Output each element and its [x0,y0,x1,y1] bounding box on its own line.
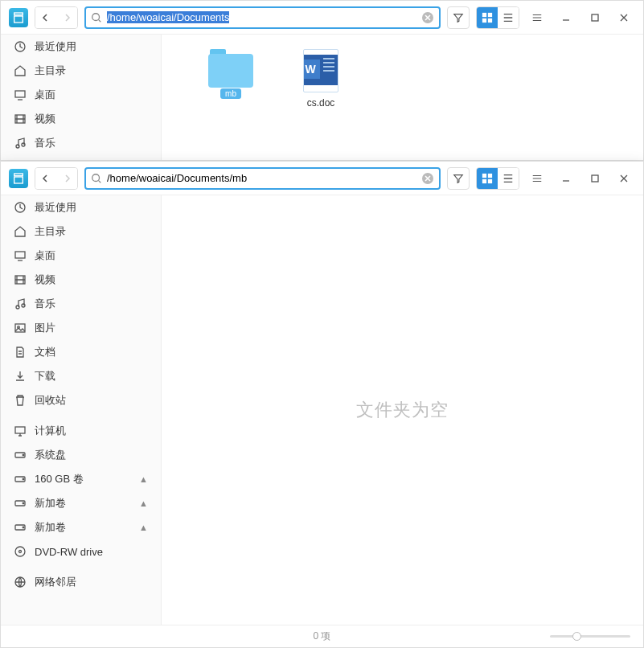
hamburger-menu-icon[interactable] [526,167,548,190]
svg-rect-22 [592,175,598,182]
video-icon [14,113,27,125]
zoom-slider[interactable] [550,635,630,638]
video-icon [14,273,27,286]
sidebar: 最近使用主目录桌面视频音乐图片文档下载回收站计算机系统盘160 GB 卷▲新加卷… [1,195,162,625]
file-item[interactable]: Wcs.doc [292,49,350,109]
music-icon [14,137,27,150]
svg-rect-18 [482,173,486,177]
sidebar-item-label: 最近使用 [35,200,76,215]
maximize-button[interactable] [584,6,606,29]
sidebar-item-label: 文档 [35,345,55,359]
sidebar-item-label: 主目录 [35,64,66,78]
desktop-icon [14,88,27,101]
home-icon [14,64,27,77]
svg-rect-19 [488,173,492,177]
svg-rect-28 [15,324,25,332]
sidebar-item-label: 新加卷 [35,520,66,535]
sidebar-item-label: 图片 [35,321,55,335]
close-button[interactable] [613,167,635,190]
sidebar-item-新加卷[interactable]: 新加卷▲ [1,515,161,539]
sidebar-item-新加卷[interactable]: 新加卷▲ [1,491,161,515]
sidebar-item-桌面[interactable]: 桌面 [1,244,161,268]
list-view-button[interactable] [498,168,519,189]
maximize-button[interactable] [584,167,606,190]
sidebar-item-计算机[interactable]: 计算机 [1,419,161,443]
path-bar[interactable] [84,6,441,29]
sidebar-item-最近使用[interactable]: 最近使用 [1,35,161,59]
path-input[interactable] [107,172,416,184]
disk-icon [14,449,27,461]
clear-icon[interactable] [421,11,434,24]
sidebar-item-label: 桌面 [35,248,55,263]
toolbar [1,1,643,35]
sidebar-item-系统盘[interactable]: 系统盘 [1,443,161,467]
path-input[interactable] [107,11,416,23]
file-manager-window-1: 最近使用主目录桌面视频音乐 mbWcs.doc [0,0,644,161]
dvd-icon [14,545,27,558]
folder-icon [208,49,253,88]
list-view-button[interactable] [498,7,519,28]
minimize-button[interactable] [555,6,577,29]
sidebar-item-下载[interactable]: 下载 [1,364,161,388]
svg-rect-30 [15,427,25,433]
close-button[interactable] [613,6,635,29]
sidebar-item-label: 音乐 [35,297,55,311]
content-area[interactable]: 文件夹为空 [162,195,643,625]
sidebar-item-视频[interactable]: 视频 [1,268,161,292]
view-group [476,6,519,29]
sidebar-item-主目录[interactable]: 主目录 [1,219,161,244]
network-icon [14,576,27,589]
back-button[interactable] [35,7,56,28]
svg-rect-10 [15,91,25,97]
forward-button[interactable] [56,7,77,28]
sidebar-item-图片[interactable]: 图片 [1,316,161,340]
svg-point-38 [23,527,24,528]
hamburger-menu-icon[interactable] [526,6,548,29]
filter-button[interactable] [447,167,470,190]
slider-thumb[interactable] [572,632,581,641]
trash-icon [14,394,27,407]
folder-item[interactable]: mb [202,49,260,109]
sidebar-item-label: 系统盘 [35,448,66,462]
svg-rect-8 [592,14,598,21]
icon-view-button[interactable] [477,7,498,28]
disk-icon [14,521,27,534]
content-area[interactable]: mbWcs.doc [162,35,643,160]
path-bar[interactable] [84,167,441,190]
sidebar-item-label: 视频 [35,112,55,126]
clock-icon [14,40,27,53]
sidebar-item-视频[interactable]: 视频 [1,107,161,131]
sidebar-item-网络邻居[interactable]: 网络邻居 [1,570,161,594]
eject-icon[interactable]: ▲ [139,474,148,484]
sidebar-item-桌面[interactable]: 桌面 [1,83,161,107]
search-icon [91,12,102,23]
sidebar-item-回收站[interactable]: 回收站 [1,388,161,412]
sidebar-item-音乐[interactable]: 音乐 [1,131,161,155]
desktop-icon [14,249,27,262]
sidebar-item-音乐[interactable]: 音乐 [1,292,161,316]
sidebar-item-160 GB 卷[interactable]: 160 GB 卷▲ [1,467,161,491]
clock-icon [14,201,27,214]
eject-icon[interactable]: ▲ [139,523,148,532]
svg-rect-24 [15,252,25,258]
back-button[interactable] [35,168,56,189]
sidebar-item-最近使用[interactable]: 最近使用 [1,195,161,219]
eject-icon[interactable]: ▲ [139,498,148,508]
sidebar-item-文档[interactable]: 文档 [1,340,161,364]
forward-button[interactable] [56,168,77,189]
download-icon [14,370,27,383]
icon-view-button[interactable] [477,168,498,189]
sidebar-item-label: 回收站 [35,393,66,408]
sidebar-item-DVD-RW drive[interactable]: DVD-RW drive [1,539,161,564]
sidebar-item-label: 桌面 [35,88,55,102]
svg-point-12 [16,145,19,148]
app-icon [9,169,28,188]
filter-button[interactable] [447,6,470,29]
home-icon [14,225,27,238]
sidebar-item-主目录[interactable]: 主目录 [1,59,161,83]
sidebar: 最近使用主目录桌面视频音乐 [1,35,162,160]
sidebar-item-label: 音乐 [35,136,55,150]
view-group [476,167,519,190]
clear-icon[interactable] [421,172,434,185]
minimize-button[interactable] [555,167,577,190]
